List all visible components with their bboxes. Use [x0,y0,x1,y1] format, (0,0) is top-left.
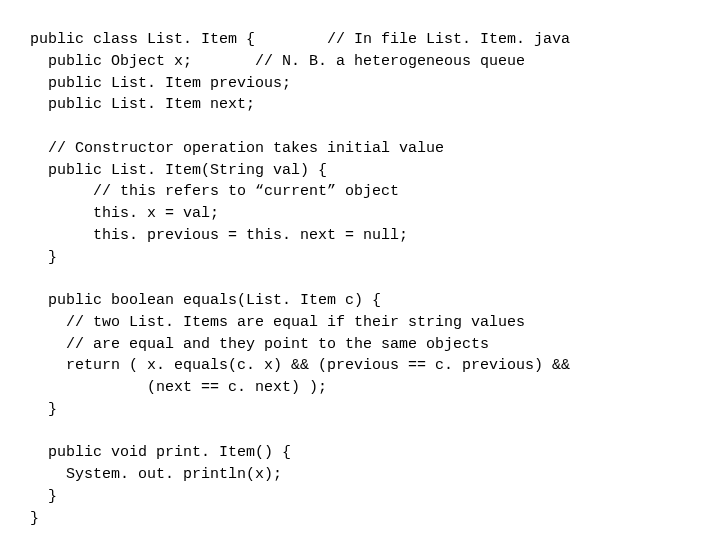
code-listing: public class List. Item { // In file Lis… [0,15,720,529]
